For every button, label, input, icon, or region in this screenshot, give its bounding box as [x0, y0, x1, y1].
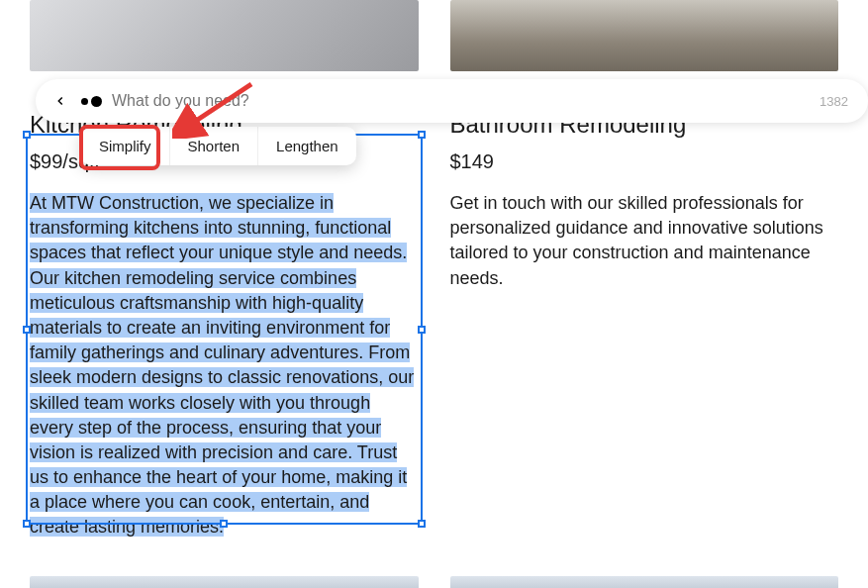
- char-count: 1382: [820, 94, 848, 109]
- ai-prompt-toolbar: 1382: [36, 79, 868, 123]
- resize-handle-mr[interactable]: [418, 326, 426, 334]
- pill-simplify[interactable]: Simplify: [81, 127, 170, 165]
- card-image-right: [450, 0, 839, 71]
- ai-prompt-input[interactable]: [112, 92, 810, 110]
- card-price-right[interactable]: $149: [450, 150, 839, 173]
- resize-handle-br[interactable]: [418, 520, 426, 528]
- ai-logo-icon: [81, 96, 102, 107]
- card-image-left: [30, 0, 419, 71]
- back-button[interactable]: [49, 90, 71, 112]
- resize-handle-tr[interactable]: [418, 131, 426, 139]
- ai-suggestion-pills: Simplify Shorten Lengthen: [81, 127, 356, 165]
- selected-text[interactable]: At MTW Construction, we specialize in tr…: [30, 193, 414, 537]
- bottom-image-right: [450, 576, 839, 588]
- pill-lengthen[interactable]: Lengthen: [258, 127, 356, 165]
- card-desc-right[interactable]: Get in touch with our skilled profession…: [450, 191, 839, 291]
- bottom-image-left: [30, 576, 419, 588]
- pill-shorten[interactable]: Shorten: [170, 127, 259, 165]
- card-desc-left[interactable]: At MTW Construction, we specialize in tr…: [30, 191, 419, 540]
- bottom-image-row: [30, 576, 838, 588]
